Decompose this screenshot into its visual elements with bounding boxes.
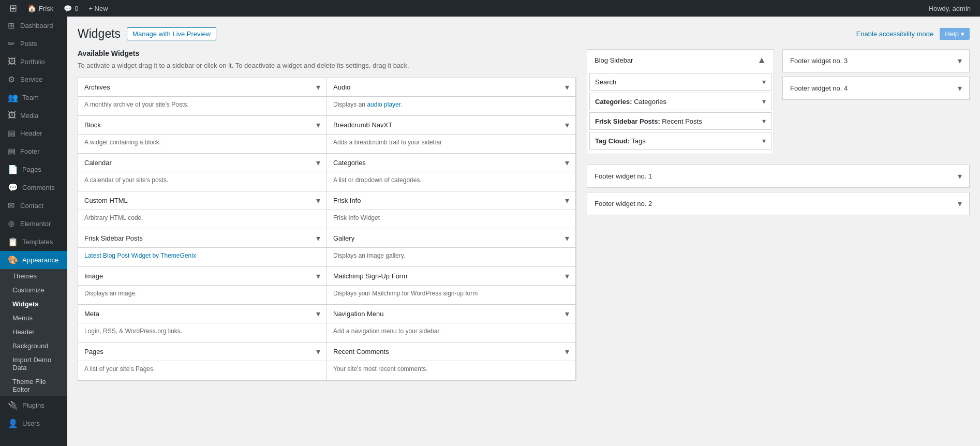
widget-pages-header[interactable]: Pages ▾ bbox=[78, 343, 326, 361]
widget-meta: Meta ▾ Login, RSS, & WordPress.org links… bbox=[78, 304, 327, 343]
page-title: Widgets bbox=[78, 27, 121, 41]
comments-nav-icon: 💬 bbox=[8, 183, 18, 192]
widget-custom-html-header[interactable]: Custom HTML ▾ bbox=[78, 191, 326, 210]
widget-archives-header[interactable]: Archives ▾ bbox=[78, 78, 326, 97]
footer-widget-4-name: Footer widget no. 4 bbox=[790, 84, 848, 92]
widget-gallery-header[interactable]: Gallery ▾ bbox=[327, 229, 575, 248]
submenu-item-widgets[interactable]: Widgets bbox=[0, 297, 67, 311]
footer-widget-3-arrow: ▾ bbox=[958, 56, 962, 66]
blog-sidebar-body: Search ▾ Categories: Categories ▾ bbox=[587, 71, 774, 154]
wp-icon: ⊞ bbox=[9, 3, 17, 14]
sidebar-item-plugins[interactable]: 🔌 Plugins bbox=[0, 396, 67, 414]
sidebar-item-media[interactable]: 🖼 Media bbox=[0, 107, 67, 124]
sidebar-item-elementor[interactable]: ⊛ Elementor bbox=[0, 215, 67, 233]
widget-pages-arrow: ▾ bbox=[316, 347, 320, 356]
widget-image-header[interactable]: Image ▾ bbox=[78, 267, 326, 286]
widget-custom-html-arrow: ▾ bbox=[316, 196, 320, 205]
sidebar-item-header[interactable]: ▤ Header bbox=[0, 124, 67, 142]
footer-widget-4-arrow: ▾ bbox=[958, 83, 962, 93]
top-sidebars-row: Blog Sidebar ▲ Search ▾ bbox=[587, 49, 970, 156]
widget-mailchimp-header[interactable]: Mailchimp Sign-Up Form ▾ bbox=[327, 267, 575, 286]
contact-icon: ✉ bbox=[8, 201, 16, 211]
comments-icon: 💬 bbox=[64, 5, 72, 12]
sidebar-item-posts[interactable]: ✏ Posts bbox=[0, 35, 67, 53]
submenu-item-theme-file-editor[interactable]: Theme File Editor bbox=[0, 375, 67, 396]
widget-frisk-info-arrow: ▾ bbox=[565, 196, 569, 205]
sidebar-item-team[interactable]: 👥 Team bbox=[0, 88, 67, 107]
widget-mailchimp-arrow: ▾ bbox=[565, 271, 569, 281]
wp-wrap: ⊞ Dashboard ✏ Posts 🖼 Portfolio ⚙ Servic… bbox=[0, 17, 980, 446]
footer-widget-1-header[interactable]: Footer widget no. 1 ▾ bbox=[587, 165, 969, 187]
widget-block-arrow: ▾ bbox=[316, 120, 320, 130]
sidebar-item-service[interactable]: ⚙ Service bbox=[0, 70, 67, 88]
widget-breadcrumb-header[interactable]: Breadcrumb NavXT ▾ bbox=[327, 116, 575, 135]
widget-recent-comments-header[interactable]: Recent Comments ▾ bbox=[327, 343, 575, 361]
howdy-text: Howdy, admin bbox=[924, 5, 976, 12]
widget-navigation-menu-header[interactable]: Navigation Menu ▾ bbox=[327, 305, 575, 323]
accessibility-mode-link[interactable]: Enable accessibility mode bbox=[856, 30, 934, 38]
widget-frisk-info: Frisk Info ▾ Frisk Info Widget bbox=[326, 191, 576, 229]
widget-meta-header[interactable]: Meta ▾ bbox=[78, 305, 326, 323]
comments-link[interactable]: 💬 0 bbox=[58, 0, 83, 17]
widget-pages: Pages ▾ A list of your site's Pages. bbox=[78, 342, 327, 380]
widget-breadcrumb-navxt: Breadcrumb NavXT ▾ Adds a breadcrumb tra… bbox=[326, 115, 576, 154]
sidebar-widget-tag-cloud-header[interactable]: Tag Cloud: Tags ▾ bbox=[590, 132, 771, 149]
site-name-link[interactable]: 🏠 Frisk bbox=[22, 0, 58, 17]
sidebar-item-comments[interactable]: 💬 Comments bbox=[0, 179, 67, 197]
widget-audio-header[interactable]: Audio ▾ bbox=[327, 78, 575, 97]
help-button[interactable]: Help ▾ bbox=[940, 28, 970, 40]
widget-block-header[interactable]: Block ▾ bbox=[78, 116, 326, 135]
widget-frisk-sidebar-posts-arrow: ▾ bbox=[316, 233, 320, 243]
manage-live-preview-button[interactable]: Manage with Live Preview bbox=[127, 27, 216, 40]
team-icon: 👥 bbox=[8, 93, 18, 102]
widget-frisk-info-header[interactable]: Frisk Info ▾ bbox=[327, 191, 575, 210]
footer-widget-4-header[interactable]: Footer widget no. 4 ▾ bbox=[783, 77, 969, 99]
page-header-right: Enable accessibility mode Help ▾ bbox=[856, 28, 970, 40]
widget-image-arrow: ▾ bbox=[316, 271, 320, 281]
sidebar-item-templates[interactable]: 📋 Templates bbox=[0, 233, 67, 251]
sidebar-item-footer[interactable]: ▤ Footer bbox=[0, 142, 67, 160]
widget-frisk-sidebar-posts-header[interactable]: Frisk Sidebar Posts ▾ bbox=[78, 229, 326, 248]
footer-right-column: Footer widget no. 3 ▾ Footer widget no. … bbox=[782, 49, 970, 156]
sidebar-item-appearance[interactable]: 🎨 Appearance bbox=[0, 251, 67, 269]
new-content-link[interactable]: + New bbox=[83, 0, 113, 17]
blog-sidebar-section: Blog Sidebar ▲ Search ▾ bbox=[587, 49, 774, 156]
widget-calendar: Calendar ▾ A calendar of your site's pos… bbox=[78, 153, 327, 191]
sidebar-item-users[interactable]: 👤 Users bbox=[0, 414, 67, 433]
wp-logo[interactable]: ⊞ bbox=[4, 0, 22, 17]
sidebar-item-pages[interactable]: 📄 Pages bbox=[0, 160, 67, 179]
sidebar-item-contact[interactable]: ✉ Contact bbox=[0, 197, 67, 215]
footer-widget-3-area: Footer widget no. 3 ▾ bbox=[782, 49, 970, 72]
sidebar-widget-frisk-posts-header[interactable]: Frisk Sidebar Posts: Recent Posts ▾ bbox=[590, 113, 771, 129]
widget-block: Block ▾ A widget containing a block. bbox=[78, 115, 327, 154]
footer-widget-2-arrow: ▾ bbox=[958, 199, 962, 209]
sidebar-widget-search-header[interactable]: Search ▾ bbox=[590, 73, 771, 90]
sidebar-widget-search: Search ▾ bbox=[589, 73, 771, 91]
widget-categories-header[interactable]: Categories ▾ bbox=[327, 154, 575, 172]
footer-widget-2-header[interactable]: Footer widget no. 2 ▾ bbox=[587, 192, 969, 215]
submenu-item-header[interactable]: Header bbox=[0, 325, 67, 339]
widget-archives: Archives ▾ A monthly archive of your sit… bbox=[78, 78, 327, 116]
footer-widget-3-header[interactable]: Footer widget no. 3 ▾ bbox=[783, 50, 969, 72]
submenu-item-themes[interactable]: Themes bbox=[0, 269, 67, 283]
footer-widget-3-name: Footer widget no. 3 bbox=[790, 57, 848, 65]
submenu-item-import-demo[interactable]: Import Demo Data bbox=[0, 353, 67, 375]
widget-image: Image ▾ Displays an image. bbox=[78, 266, 327, 305]
submenu-item-background[interactable]: Background bbox=[0, 339, 67, 353]
widget-calendar-header[interactable]: Calendar ▾ bbox=[78, 154, 326, 172]
blog-sidebar-header[interactable]: Blog Sidebar ▲ bbox=[587, 50, 774, 71]
dashboard-icon: ⊞ bbox=[8, 21, 16, 31]
sidebar-item-dashboard[interactable]: ⊞ Dashboard bbox=[0, 17, 67, 35]
page-header-left: Widgets Manage with Live Preview bbox=[78, 27, 216, 41]
sidebar-widget-categories-header[interactable]: Categories: Categories ▾ bbox=[590, 93, 771, 110]
main-content: Widgets Manage with Live Preview Enable … bbox=[67, 17, 980, 446]
sidebar-item-portfolio[interactable]: 🖼 Portfolio bbox=[0, 53, 67, 70]
admin-bar: ⊞ 🏠 Frisk 💬 0 + New Howdy, admin bbox=[0, 0, 980, 17]
widget-meta-arrow: ▾ bbox=[316, 309, 320, 319]
submenu-item-customize[interactable]: Customize bbox=[0, 283, 67, 297]
templates-icon: 📋 bbox=[8, 237, 18, 247]
submenu-item-menus[interactable]: Menus bbox=[0, 311, 67, 325]
appearance-icon: 🎨 bbox=[8, 255, 18, 265]
widget-custom-html: Custom HTML ▾ Arbitrary HTML code. bbox=[78, 191, 327, 229]
appearance-submenu: Themes Customize Widgets Menus Header Ba… bbox=[0, 269, 67, 396]
